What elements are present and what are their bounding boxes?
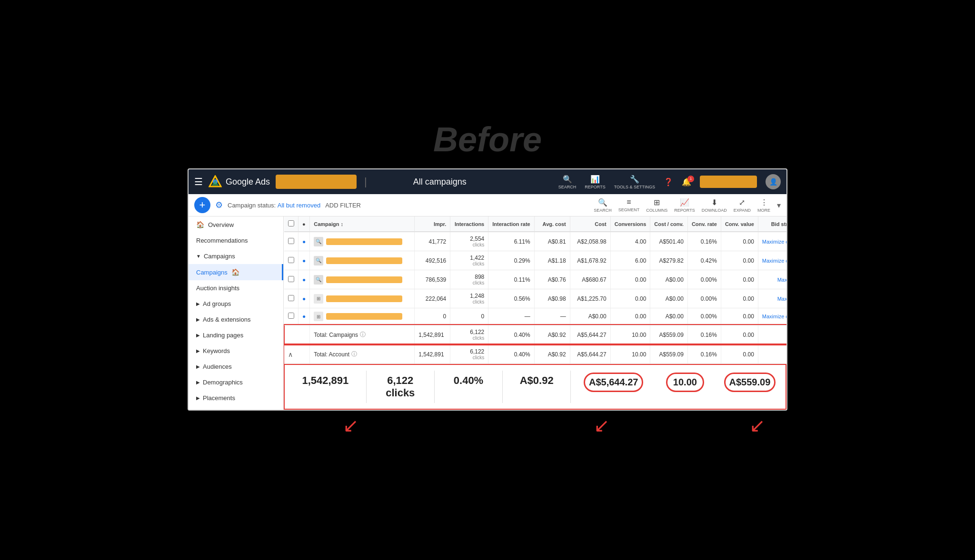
row5-checkbox[interactable] bbox=[284, 308, 298, 325]
anno-cost-circled: A$5,644.27 bbox=[584, 373, 643, 392]
row4-status[interactable]: ● bbox=[298, 289, 310, 308]
reports-toolbar-btn[interactable]: 📈 REPORTS bbox=[674, 198, 695, 213]
row2-status[interactable]: ● bbox=[298, 251, 310, 270]
table-wrapper: ● Campaign ↕ Impr. Interactions Interact… bbox=[284, 216, 786, 410]
table-row: ● 🔍 41,772 2,5 bbox=[284, 232, 786, 251]
sidebar-item-recommendations[interactable]: Recommendations bbox=[189, 233, 283, 248]
expand-toolbar-btn[interactable]: ⤢ EXPAND bbox=[734, 198, 751, 213]
header-conv-rate[interactable]: Conv. rate bbox=[687, 216, 721, 232]
row4-conv-rate: 0.00% bbox=[687, 289, 721, 308]
add-filter-button[interactable]: ADD FILTER bbox=[325, 202, 361, 209]
segment-toolbar-btn[interactable]: ≡ SEGMENT bbox=[618, 198, 640, 212]
row3-inter-sub: clicks bbox=[473, 280, 484, 285]
toolbar-dropdown-icon[interactable]: ▾ bbox=[777, 201, 781, 210]
select-all-checkbox[interactable] bbox=[288, 220, 294, 226]
row1-bid[interactable]: Maximize conversions bbox=[758, 232, 786, 251]
row2-campaign-name[interactable]: 🔍 bbox=[310, 251, 415, 270]
row5-bid-link: Maximize conversions bbox=[762, 314, 786, 319]
row1-check[interactable] bbox=[288, 238, 294, 244]
google-ads-icon bbox=[209, 175, 222, 188]
total-campaigns-help[interactable]: ⓘ bbox=[360, 331, 366, 339]
anno-cost-conv-circled: A$559.09 bbox=[724, 373, 776, 392]
header-conv-value[interactable]: Conv. value bbox=[721, 216, 758, 232]
row1-status[interactable]: ● bbox=[298, 232, 310, 251]
row4-check[interactable] bbox=[288, 295, 294, 301]
content-area: ● Campaign ↕ Impr. Interactions Interact… bbox=[284, 216, 786, 410]
nav-search-blurred[interactable] bbox=[276, 175, 357, 189]
header-avg-cost[interactable]: Avg. cost bbox=[534, 216, 570, 232]
filter-icon[interactable]: ⚙ bbox=[215, 200, 223, 210]
row1-campaign-name[interactable]: 🔍 bbox=[310, 232, 415, 251]
sidebar-campaigns-label: Campaigns bbox=[196, 269, 228, 276]
total-campaigns-conv-rate: 0.16% bbox=[687, 325, 721, 344]
row1-checkbox[interactable] bbox=[284, 232, 298, 251]
row3-status[interactable]: ● bbox=[298, 270, 310, 289]
top-nav: ☰ Google Ads | All campaigns 🔍 SEARCH bbox=[189, 169, 786, 194]
row4-checkbox[interactable] bbox=[284, 289, 298, 308]
total-campaigns-cost: A$5,644.27 bbox=[570, 325, 610, 344]
sidebar-group-placements[interactable]: ▶ Placements bbox=[189, 390, 283, 406]
search-nav-btn[interactable]: 🔍 SEARCH bbox=[558, 175, 577, 189]
row5-check[interactable] bbox=[288, 313, 294, 319]
sidebar-group-demographics[interactable]: ▶ Demographics bbox=[189, 374, 283, 390]
header-conversions[interactable]: Conversions bbox=[610, 216, 650, 232]
avatar[interactable]: 👤 bbox=[766, 174, 781, 189]
row4-campaign-name[interactable]: ⊞ bbox=[310, 289, 415, 308]
total-account-conv-val: 0.00 bbox=[721, 344, 758, 364]
sidebar-group-landing[interactable]: ▶ Landing pages bbox=[189, 327, 283, 343]
row5-status[interactable]: ● bbox=[298, 308, 310, 325]
columns-toolbar-btn[interactable]: ⊞ COLUMNS bbox=[646, 198, 667, 213]
hamburger-icon[interactable]: ☰ bbox=[194, 176, 203, 187]
row2-check[interactable] bbox=[288, 257, 294, 263]
reports-nav-btn[interactable]: 📊 REPORTS bbox=[585, 175, 605, 189]
row3-inter-val: 898 bbox=[475, 274, 484, 280]
row5-impr: 0 bbox=[415, 308, 450, 325]
row3-campaign-name[interactable]: 🔍 bbox=[310, 270, 415, 289]
row2-bid[interactable]: Maximize conversions bbox=[758, 251, 786, 270]
before-label: Before bbox=[433, 120, 542, 159]
header-impr[interactable]: Impr. bbox=[415, 216, 450, 232]
table-header-row: ● Campaign ↕ Impr. Interactions Interact… bbox=[284, 216, 786, 232]
row4-bid[interactable]: Maximize clicks bbox=[758, 289, 786, 308]
header-checkbox[interactable] bbox=[284, 216, 298, 232]
row5-bid[interactable]: Maximize conversions bbox=[758, 308, 786, 325]
sidebar-item-overview[interactable]: 🏠 Overview bbox=[189, 216, 283, 233]
row2-checkbox[interactable] bbox=[284, 251, 298, 270]
row3-checkbox[interactable] bbox=[284, 270, 298, 289]
search-toolbar-btn[interactable]: 🔍 SEARCH bbox=[594, 198, 612, 213]
sidebar-group-audiences[interactable]: ▶ Audiences bbox=[189, 359, 283, 374]
row5-campaign-name[interactable]: ⊞ bbox=[310, 308, 415, 325]
demographics-expand-icon: ▶ bbox=[196, 380, 200, 385]
toolbar-right: 🔍 SEARCH ≡ SEGMENT ⊞ COLUMNS 📈 REPORTS ⬇ bbox=[594, 198, 781, 213]
notification-btn[interactable]: 🔔 1 bbox=[682, 177, 691, 187]
sidebar-group-ads[interactable]: ▶ Ads & extensions bbox=[189, 312, 283, 327]
header-cost-conv[interactable]: Cost / conv. bbox=[650, 216, 688, 232]
header-interactions[interactable]: Interactions bbox=[450, 216, 488, 232]
total-campaigns-inter-sub: clicks bbox=[473, 335, 484, 341]
filter-value[interactable]: All but removed bbox=[278, 202, 320, 209]
row3-check[interactable] bbox=[288, 276, 294, 282]
header-interaction-rate[interactable]: Interaction rate bbox=[488, 216, 534, 232]
total-campaigns-empty bbox=[284, 325, 310, 344]
total-account-help[interactable]: ⓘ bbox=[351, 350, 357, 358]
keywords-expand-icon: ▶ bbox=[196, 348, 200, 354]
tools-nav-btn[interactable]: 🔧 TOOLS & SETTINGS bbox=[614, 175, 655, 189]
sidebar-group-campaigns[interactable]: ▼ Campaigns bbox=[189, 248, 283, 264]
download-toolbar-btn[interactable]: ⬇ DOWNLOAD bbox=[702, 198, 727, 213]
sidebar-item-auction-insights[interactable]: Auction insights bbox=[189, 280, 283, 296]
sidebar-group-keywords[interactable]: ▶ Keywords bbox=[189, 343, 283, 359]
help-nav-btn[interactable]: ❓ bbox=[664, 177, 673, 187]
sidebar-group-adgroups[interactable]: ▶ Ad groups bbox=[189, 296, 283, 312]
sidebar-item-campaigns[interactable]: Campaigns 🏠 bbox=[189, 264, 283, 280]
anno-clicks: 6,122clicks bbox=[367, 371, 435, 403]
add-button[interactable]: + bbox=[194, 197, 210, 213]
header-bid-strategy[interactable]: Bid strategy type bbox=[758, 216, 786, 232]
more-toolbar-btn[interactable]: ⋮ MORE bbox=[757, 198, 770, 213]
header-campaign[interactable]: Campaign ↕ bbox=[310, 216, 415, 232]
anno-conv-wrapper: 10.00 bbox=[656, 371, 714, 403]
row2-bid-link: Maximize conversions bbox=[762, 258, 786, 264]
header-cost[interactable]: Cost bbox=[570, 216, 610, 232]
row3-bid[interactable]: Maximize clicks bbox=[758, 270, 786, 289]
search-nav-label: SEARCH bbox=[558, 185, 577, 189]
row2-interactions: 1,422 clicks bbox=[450, 251, 488, 270]
